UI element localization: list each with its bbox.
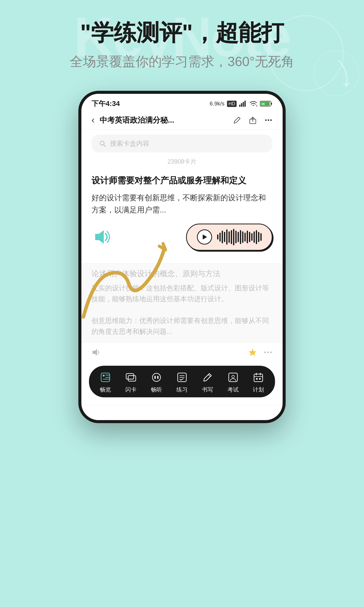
footer-speaker-icon[interactable]: [92, 348, 102, 356]
svg-rect-3: [244, 101, 246, 107]
star-icon[interactable]: [248, 348, 257, 357]
svg-rect-30: [154, 376, 156, 379]
hd-badge: HD: [227, 101, 237, 107]
nav-title: 中考英语政治满分秘...: [100, 115, 233, 125]
nav-bar: ‹ 中考英语政治满分秘...: [81, 111, 283, 129]
nav-label-listen: 畅听: [151, 386, 162, 394]
nav-item-write[interactable]: 书写: [201, 371, 214, 394]
exam-icon: [226, 371, 240, 384]
svg-rect-43: [259, 378, 261, 380]
svg-rect-31: [157, 376, 158, 379]
partial-card: [81, 405, 283, 420]
search-bar[interactable]: 搜索卡盒内容: [92, 135, 272, 153]
more-icon[interactable]: [264, 116, 272, 124]
nav-item-practice[interactable]: 练习: [175, 371, 189, 394]
nav-label-exam: 考试: [228, 386, 239, 394]
svg-point-29: [152, 373, 161, 381]
svg-rect-38: [254, 374, 263, 382]
flashcard-icon: [124, 371, 138, 384]
svg-text:6: 6: [256, 104, 257, 107]
bottom-nav: 畅览 闪卡: [89, 366, 275, 397]
svg-point-20: [267, 352, 269, 353]
svg-point-21: [270, 352, 272, 353]
svg-rect-2: [243, 102, 244, 107]
page-content: "学练测评"，超能打 全场景覆盖你的学习需求，360°无死角 下午4:34 6.…: [0, 0, 364, 423]
nav-item-flashcard[interactable]: 闪卡: [124, 371, 138, 394]
svg-rect-0: [239, 105, 240, 107]
svg-rect-36: [229, 373, 237, 382]
nav-label-flashcard: 闪卡: [125, 386, 136, 394]
card-more-icon[interactable]: [263, 349, 272, 356]
nav-actions: [233, 116, 272, 124]
practice-icon: [175, 371, 189, 384]
write-icon: [201, 371, 214, 384]
card-front-body: 好的设计需要有创新思维，不断探索新的设计理念和方案，以满足用户需...: [92, 192, 272, 216]
nav-item-exam[interactable]: 考试: [226, 371, 240, 394]
card-count: 23908卡片: [81, 158, 283, 166]
status-time: 下午4:34: [92, 99, 120, 109]
svg-marker-16: [203, 234, 207, 240]
waveform: [217, 229, 262, 245]
nav-label-write: 书写: [202, 386, 213, 394]
status-right: 6.9k/s HD 6: [210, 100, 272, 107]
card-front-title: 设计师需要对整个产品或服务理解和定义: [92, 175, 272, 187]
svg-point-37: [232, 375, 234, 378]
plan-icon: [252, 371, 265, 384]
svg-text:88: 88: [262, 102, 265, 105]
main-headline: "学练测评"，超能打: [80, 20, 284, 45]
status-bar: 下午4:34 6.9k/s HD: [81, 94, 283, 111]
svg-point-23: [103, 375, 105, 377]
svg-line-14: [104, 145, 106, 147]
svg-point-11: [268, 119, 269, 121]
footer-actions: [248, 348, 272, 357]
share-icon[interactable]: [249, 116, 257, 124]
nav-item-plan[interactable]: 计划: [252, 371, 265, 394]
audio-player[interactable]: [186, 224, 272, 251]
signal-icon: [239, 101, 247, 107]
svg-rect-1: [241, 103, 242, 107]
svg-point-10: [265, 119, 267, 121]
handwriting-arrow: [58, 228, 197, 335]
card-footer: [81, 342, 283, 362]
nav-label-practice: 练习: [176, 386, 188, 394]
svg-marker-18: [248, 349, 257, 356]
nav-item-browse[interactable]: 畅览: [99, 371, 112, 394]
svg-rect-6: [271, 103, 272, 105]
svg-rect-42: [256, 378, 258, 380]
search-placeholder: 搜索卡盒内容: [110, 139, 149, 148]
phone-mockup: 下午4:34 6.9k/s HD: [78, 91, 286, 423]
svg-rect-27: [126, 374, 134, 379]
edit-icon[interactable]: [233, 116, 241, 124]
sub-headline: 全场景覆盖你的学习需求，360°无死角: [70, 53, 294, 71]
nav-item-listen[interactable]: 畅听: [150, 371, 163, 394]
nav-label-plan: 计划: [253, 386, 264, 394]
wifi-icon: 6: [249, 101, 257, 107]
nav-back-button[interactable]: ‹: [92, 115, 95, 125]
svg-point-19: [264, 352, 266, 353]
listen-icon: [150, 371, 163, 384]
play-button[interactable]: [197, 229, 212, 245]
battery-icon: 88: [260, 100, 272, 107]
nav-label-browse: 畅览: [100, 386, 111, 394]
play-icon: [201, 233, 208, 241]
browse-icon: [99, 371, 112, 384]
svg-rect-28: [128, 376, 136, 381]
status-speed: 6.9k/s: [210, 100, 224, 107]
svg-line-35: [208, 375, 210, 377]
svg-marker-17: [93, 349, 97, 356]
svg-point-12: [270, 119, 272, 121]
search-icon: [99, 140, 106, 147]
